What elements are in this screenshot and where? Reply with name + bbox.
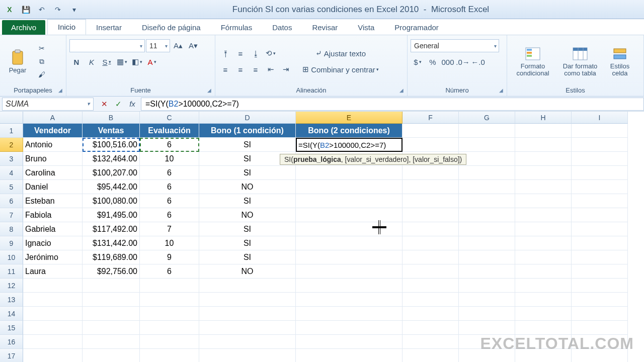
cell-G7[interactable]	[459, 208, 515, 222]
col-header-E[interactable]: E	[296, 112, 403, 124]
cell-D15[interactable]	[199, 321, 296, 335]
cell-B16[interactable]	[83, 335, 140, 349]
align-bottom-icon[interactable]: ⭳	[249, 47, 263, 60]
cell-D1[interactable]: Bono (1 condición)	[199, 124, 296, 138]
cell-I12[interactable]	[572, 279, 628, 293]
font-size-combo[interactable]: 11	[146, 39, 170, 52]
font-dialog-launcher[interactable]: ◢	[206, 87, 213, 94]
cell-I10[interactable]	[572, 250, 628, 264]
indent-increase-icon[interactable]: ⇥	[279, 63, 293, 76]
cell-F2[interactable]	[403, 138, 459, 152]
row-header-11[interactable]: 11	[0, 264, 23, 279]
cell-A3[interactable]: Bruno	[23, 152, 83, 166]
cell-E2[interactable]: =SI(Y(B2>100000,C2>=7)	[296, 138, 403, 152]
cell-C12[interactable]	[140, 279, 199, 293]
cell-F4[interactable]	[403, 166, 459, 180]
cell-G11[interactable]	[459, 264, 515, 279]
cell-E12[interactable]	[296, 279, 403, 293]
cell-H12[interactable]	[515, 279, 572, 293]
cell-E15[interactable]	[296, 321, 403, 335]
align-left-icon[interactable]: ≡	[218, 63, 232, 76]
cell-H15[interactable]	[515, 321, 572, 335]
bold-button[interactable]: N	[69, 55, 84, 68]
align-center-icon[interactable]: ≡	[233, 63, 248, 76]
row-header-4[interactable]: 4	[0, 166, 23, 180]
cell-F1[interactable]	[403, 124, 459, 138]
cell-C5[interactable]: 6	[140, 180, 199, 194]
tab-insertar[interactable]: Insertar	[86, 20, 132, 35]
cell-D8[interactable]: SI	[199, 222, 296, 236]
cell-C6[interactable]: 6	[140, 194, 199, 208]
qat-customize-icon[interactable]: ▾	[67, 3, 80, 16]
cell-A9[interactable]: Ignacio	[23, 236, 83, 250]
fill-color-icon[interactable]: ◧	[130, 55, 144, 68]
cell-E1[interactable]: Bono (2 condiciones)	[296, 124, 403, 138]
cell-D17[interactable]	[199, 349, 296, 362]
cell-B3[interactable]: $132,464.00	[83, 152, 140, 166]
wrap-text-button[interactable]: ⤶ Ajustar texto	[298, 47, 383, 60]
cell-E7[interactable]	[296, 208, 403, 222]
cell-H4[interactable]	[515, 166, 572, 180]
cell-E4[interactable]	[296, 166, 403, 180]
row-header-16[interactable]: 16	[0, 335, 23, 349]
cell-B2[interactable]: $100,516.00	[83, 138, 140, 152]
cell-A8[interactable]: Gabriela	[23, 222, 83, 236]
cell-C11[interactable]: 6	[140, 264, 199, 279]
row-header-6[interactable]: 6	[0, 194, 23, 208]
cell-I14[interactable]	[572, 307, 628, 321]
cell-I3[interactable]	[572, 152, 628, 166]
cell-D9[interactable]: SI	[199, 236, 296, 250]
redo-icon[interactable]: ↷	[51, 3, 64, 16]
row-header-7[interactable]: 7	[0, 208, 23, 222]
cell-D16[interactable]	[199, 335, 296, 349]
cell-A5[interactable]: Daniel	[23, 180, 83, 194]
merge-center-button[interactable]: ⊞ Combinar y centrar	[298, 63, 383, 76]
cell-A4[interactable]: Carolina	[23, 166, 83, 180]
currency-icon[interactable]: $	[411, 55, 425, 68]
cell-E5[interactable]	[296, 180, 403, 194]
cell-styles-button[interactable]: Estilos celda	[605, 42, 635, 81]
cell-C2[interactable]: 6	[140, 138, 199, 152]
shrink-font-icon[interactable]: A▾	[186, 39, 200, 52]
cell-H14[interactable]	[515, 307, 572, 321]
cell-F15[interactable]	[403, 321, 459, 335]
cell-E10[interactable]	[296, 250, 403, 264]
cell-D14[interactable]	[199, 307, 296, 321]
cell-D5[interactable]: NO	[199, 180, 296, 194]
cell-E6[interactable]	[296, 194, 403, 208]
cell-E8[interactable]	[296, 222, 403, 236]
cell-B10[interactable]: $119,689.00	[83, 250, 140, 264]
tab-file[interactable]: Archivo	[2, 20, 45, 35]
cell-B17[interactable]	[83, 349, 140, 362]
cell-D2[interactable]: SI	[199, 138, 296, 152]
cell-A11[interactable]: Laura	[23, 264, 83, 279]
font-name-combo[interactable]	[69, 39, 145, 52]
cell-A6[interactable]: Esteban	[23, 194, 83, 208]
cell-F13[interactable]	[403, 293, 459, 307]
cell-A14[interactable]	[23, 307, 83, 321]
number-dialog-launcher[interactable]: ◢	[498, 87, 505, 94]
cell-I1[interactable]	[572, 124, 628, 138]
row-header-13[interactable]: 13	[0, 293, 23, 307]
tab-vista[interactable]: Vista	[348, 20, 384, 35]
cell-H3[interactable]	[515, 152, 572, 166]
cell-C8[interactable]: 7	[140, 222, 199, 236]
tab-datos[interactable]: Datos	[262, 20, 302, 35]
cell-G2[interactable]	[459, 138, 515, 152]
cell-D10[interactable]: SI	[199, 250, 296, 264]
col-header-D[interactable]: D	[199, 112, 296, 124]
cell-H1[interactable]	[515, 124, 572, 138]
cell-C4[interactable]: 6	[140, 166, 199, 180]
col-header-F[interactable]: F	[403, 112, 459, 124]
cell-I7[interactable]	[572, 208, 628, 222]
cell-E16[interactable]	[296, 335, 403, 349]
conditional-format-button[interactable]: Formato condicional	[510, 42, 555, 81]
cell-D11[interactable]: NO	[199, 264, 296, 279]
cell-I2[interactable]	[572, 138, 628, 152]
cell-B14[interactable]	[83, 307, 140, 321]
col-header-B[interactable]: B	[83, 112, 140, 124]
underline-button[interactable]: S	[100, 55, 114, 68]
tab-revisar[interactable]: Revisar	[302, 20, 348, 35]
cell-D4[interactable]: SI	[199, 166, 296, 180]
cell-C14[interactable]	[140, 307, 199, 321]
